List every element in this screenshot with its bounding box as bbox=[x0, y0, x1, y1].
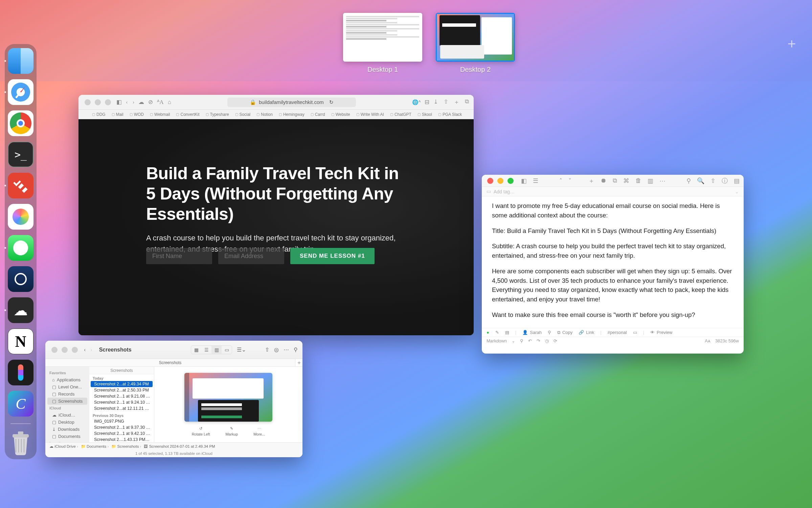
tag-icon[interactable]: ⌘ bbox=[623, 177, 629, 185]
file-row[interactable]: Screenshot 2...1 at 9.24.10 AM bbox=[89, 399, 154, 405]
safari-traffic-lights[interactable] bbox=[83, 99, 112, 105]
dock-cloud-icon[interactable] bbox=[8, 297, 33, 323]
finder-path-bar[interactable]: ☁ iCloud Drive 📁 Documents 📁 Screenshots… bbox=[45, 442, 302, 450]
down-icon[interactable]: ˅ bbox=[568, 177, 571, 185]
sidebar-item[interactable]: ▢Documents bbox=[45, 433, 89, 440]
link-button[interactable]: 🔗 Link bbox=[579, 330, 594, 335]
bookmark-item[interactable]: ConvertKit bbox=[176, 112, 199, 117]
back-icon[interactable]: ‹ bbox=[126, 99, 128, 106]
bookmark-item[interactable]: Webmail bbox=[150, 112, 170, 117]
bookmark-item[interactable]: PGA Slack bbox=[438, 112, 462, 117]
info-icon[interactable]: ⓘ bbox=[722, 177, 728, 185]
sidebar-item[interactable]: ⌂Applications bbox=[45, 376, 89, 383]
redo-icon[interactable]: ↷ bbox=[537, 338, 540, 344]
preview-button[interactable]: 👁 Preview bbox=[650, 330, 672, 335]
bookmark-item[interactable]: Notion bbox=[256, 112, 273, 117]
sidebar-item[interactable]: ▢Desktop bbox=[45, 419, 89, 426]
reload-icon[interactable]: ↻ bbox=[329, 99, 334, 105]
back-icon[interactable]: ‹ bbox=[84, 347, 86, 353]
bookmark-item[interactable]: Hemingway bbox=[279, 112, 304, 117]
bear-traffic-lights[interactable] bbox=[486, 178, 515, 184]
search-small-icon[interactable]: ⚲ bbox=[548, 330, 551, 335]
dock-safari-icon[interactable] bbox=[8, 79, 33, 105]
text-size-icon[interactable]: ᴬA bbox=[157, 99, 163, 106]
file-row[interactable]: Screenshot 2...1 at 9.42.10 PM bbox=[89, 430, 154, 437]
sync-icon[interactable]: ⟳ bbox=[554, 338, 557, 344]
search-icon[interactable]: ⚲ bbox=[686, 177, 691, 185]
dock-finder-icon[interactable] bbox=[8, 48, 33, 74]
finder-view-segmented[interactable]: ▦☰ ▥▭ bbox=[191, 345, 232, 354]
bookmark-item[interactable]: Website bbox=[331, 112, 350, 117]
first-name-input[interactable] bbox=[146, 248, 212, 264]
shield-icon[interactable]: ⊘ bbox=[148, 99, 153, 106]
bookmark-item[interactable]: Carrd bbox=[311, 112, 325, 117]
bookmark-item[interactable]: Typeshare bbox=[206, 112, 229, 117]
plus-icon[interactable]: ＋ bbox=[588, 177, 594, 185]
finder-traffic-lights[interactable] bbox=[50, 347, 79, 353]
sidebar-toggle-icon[interactable]: ◧ bbox=[521, 177, 527, 185]
bear-note-body[interactable]: I want to promote my free 5-day educatio… bbox=[482, 196, 744, 328]
dock-trash-icon[interactable] bbox=[9, 431, 32, 455]
list-icon[interactable]: ☰ bbox=[533, 177, 538, 185]
undo-icon[interactable]: ↶ bbox=[528, 338, 532, 344]
editor-mode[interactable]: Markdown bbox=[487, 338, 507, 343]
email-input[interactable] bbox=[218, 248, 284, 264]
share-icon[interactable]: ⇧ bbox=[265, 346, 269, 353]
dock-notion-icon[interactable] bbox=[8, 329, 33, 354]
sidebar-item[interactable]: ▢Level One... bbox=[45, 383, 89, 390]
share-icon[interactable]: ⇧ bbox=[710, 177, 716, 185]
bookmark-item[interactable]: Skool bbox=[418, 112, 432, 117]
markup-button[interactable]: ✎Markup bbox=[225, 426, 238, 436]
file-row[interactable]: Screenshot 2...at 12.11.21 PM bbox=[89, 405, 154, 411]
group-icon[interactable]: ☰⌄ bbox=[237, 346, 246, 353]
file-row[interactable]: Screenshot 2...at 2.50.33 PM bbox=[89, 387, 154, 393]
pencil-icon[interactable]: ✎ bbox=[495, 330, 499, 335]
translate-icon[interactable]: 🌐ᴬ bbox=[412, 99, 421, 105]
attach-icon[interactable]: ⧉ bbox=[613, 177, 617, 184]
copy-button[interactable]: ⧉ Copy bbox=[557, 330, 572, 335]
action-icon[interactable]: ⋯ bbox=[284, 346, 289, 353]
archive-icon[interactable]: ▥ bbox=[648, 177, 653, 185]
panel-icon[interactable]: ▤ bbox=[734, 177, 740, 185]
bookmark-item[interactable]: DDG bbox=[92, 112, 106, 117]
dock-figma-icon[interactable] bbox=[8, 360, 33, 385]
history-icon[interactable]: ◷ bbox=[545, 338, 549, 344]
cloud-icon[interactable]: ☁︎ bbox=[138, 99, 144, 106]
outline-icon[interactable]: ▤ bbox=[505, 330, 509, 335]
rotate-left-button[interactable]: ↺Rotate Left bbox=[192, 426, 210, 436]
dock-todoist-icon[interactable] bbox=[8, 173, 33, 198]
reader-icon[interactable]: ⊟ bbox=[425, 99, 429, 106]
dock-chrome-icon[interactable] bbox=[8, 110, 33, 136]
bookmark-item[interactable]: Social bbox=[235, 112, 251, 117]
home-icon[interactable]: ⌂ bbox=[168, 99, 171, 106]
file-row[interactable]: Screenshot 2...1 at 9.37.30 PM bbox=[89, 424, 154, 430]
more-actions-button[interactable]: ⋯More... bbox=[253, 426, 265, 436]
tag-chip[interactable]: #personal bbox=[608, 330, 627, 335]
new-tab-button[interactable]: ＋ bbox=[295, 359, 302, 366]
mission-control-desktop-1[interactable] bbox=[343, 13, 422, 62]
file-row-selected[interactable]: Screenshot 2...at 2.49.34 PM bbox=[91, 381, 153, 387]
sidebar-item[interactable]: ⤓Downloads bbox=[45, 426, 89, 433]
sidebar-item[interactable]: ☁iCloud… bbox=[45, 411, 89, 419]
preview-thumbnail[interactable] bbox=[184, 373, 272, 422]
download-icon[interactable]: ⤓ bbox=[433, 98, 438, 106]
file-row[interactable]: IMG_0197.PNG bbox=[89, 418, 154, 424]
sidebar-item-selected[interactable]: ▢Screenshots bbox=[47, 398, 87, 405]
safari-url-bar[interactable]: 🔒 buildafamilytraveltechkit.com ↻ bbox=[227, 98, 356, 107]
bookmark-item[interactable]: Write With AI bbox=[356, 112, 384, 117]
input-icon[interactable]: ▭ bbox=[633, 330, 637, 335]
file-row[interactable]: Screenshot 2...1 at 9.21.08 AM bbox=[89, 393, 154, 399]
mic-icon[interactable]: ⏺ bbox=[601, 177, 607, 184]
sidebar-item[interactable]: ▢Records bbox=[45, 390, 89, 398]
zoom-icon[interactable]: 🔍 bbox=[697, 177, 704, 185]
bookmark-item[interactable]: ChatGPT bbox=[390, 112, 411, 117]
tabs-icon[interactable]: ⧉ bbox=[465, 98, 469, 106]
trash-icon[interactable]: 🗑 bbox=[635, 177, 641, 184]
font-icon[interactable]: Aᴀ bbox=[705, 338, 710, 343]
up-icon[interactable]: ˄ bbox=[559, 177, 562, 185]
pin-icon[interactable]: ⚲ bbox=[520, 338, 523, 344]
forward-icon[interactable]: › bbox=[133, 99, 135, 106]
share-icon[interactable]: ⇧ bbox=[444, 98, 448, 106]
more-icon[interactable]: ⋯ bbox=[659, 177, 666, 185]
dock-canva-icon[interactable] bbox=[8, 391, 33, 417]
